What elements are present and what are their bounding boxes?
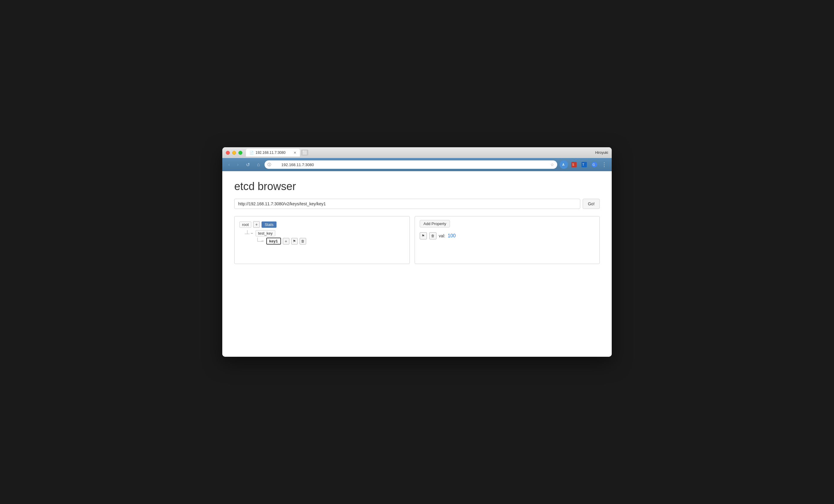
tab-area: 📄 192.168.11.7:3080 ✕ ⬜ (246, 149, 608, 157)
extension-btn-2[interactable]: S (570, 160, 578, 169)
root-node-button[interactable]: root (239, 222, 251, 228)
browser-window: 📄 192.168.11.7:3080 ✕ ⬜ Hiroyuki ‹ › ↺ ⌂… (222, 147, 612, 357)
new-tab-button[interactable]: ⬜ (301, 150, 308, 156)
svg-text:S: S (572, 163, 574, 166)
nav-menu-icon[interactable]: ⋮ (600, 160, 608, 169)
extension-btn-1[interactable]: A (559, 160, 568, 169)
tab-page-icon: 📄 (249, 151, 254, 155)
back-button[interactable]: ‹ (226, 161, 232, 168)
test-key-row: − test_key (251, 230, 275, 236)
user-name: Hiroyuki (595, 151, 608, 155)
close-button[interactable] (226, 151, 230, 155)
svg-text:G: G (593, 163, 595, 166)
property-panel: Add Property ⚑ 🗑 val: 100 (415, 216, 600, 264)
svg-text:A: A (562, 163, 564, 166)
tree-panel: root + Stats − test_key (234, 216, 410, 264)
forward-icon: › (237, 162, 239, 167)
page-content: etcd browser http://192.168.11.7:3080/v2… (222, 171, 612, 357)
test-key-branch: − test_key (244, 230, 405, 236)
reload-button[interactable]: ↺ (244, 161, 252, 169)
plus-icon-2: + (285, 239, 287, 244)
url-bar-row: http://192.168.11.7:3080/v2/keys/test_ke… (234, 199, 600, 209)
property-delete-button[interactable]: 🗑 (429, 232, 437, 239)
home-button[interactable]: ⌂ (255, 161, 262, 168)
traffic-lights (226, 151, 242, 155)
property-trash-icon: 🗑 (431, 234, 435, 238)
address-input[interactable]: 192.168.11.7:3080 (273, 160, 549, 169)
tab-close-icon[interactable]: ✕ (293, 151, 296, 155)
main-layout: root + Stats − test_key (234, 216, 600, 264)
back-icon: ‹ (228, 162, 230, 167)
extension-btn-4[interactable]: G (590, 160, 598, 169)
lock-icon: ⓘ (267, 162, 271, 167)
extension-btn-3[interactable]: T (580, 160, 588, 169)
edit-icon: ⚑ (293, 239, 296, 243)
key1-delete-button[interactable]: 🗑 (300, 238, 306, 245)
property-value-link[interactable]: 100 (447, 233, 456, 238)
key1-edit-button[interactable]: ⚑ (291, 238, 298, 245)
key1-add-button[interactable]: + (283, 238, 289, 245)
trash-icon: 🗑 (301, 239, 305, 243)
reload-icon: ↺ (246, 162, 250, 167)
nav-bar: ‹ › ↺ ⌂ ⓘ 192.168.11.7:3080 ☆ A S (222, 158, 612, 171)
maximize-button[interactable] (239, 151, 242, 155)
property-row: ⚑ 🗑 val: 100 (420, 232, 595, 239)
home-icon: ⌂ (257, 162, 260, 167)
go-button[interactable]: Go! (583, 199, 600, 209)
collapse-dash-1[interactable]: − (251, 231, 253, 235)
test-key-node-button[interactable]: test_key (256, 230, 275, 236)
key1-branch: − key1 + ⚑ 🗑 (255, 238, 405, 245)
forward-button[interactable]: › (235, 161, 241, 168)
tree-root-row: root + Stats (239, 221, 405, 228)
nav-icons: A S T G ⋮ (559, 160, 608, 169)
svg-text:T: T (583, 163, 584, 166)
key1-node-button[interactable]: key1 (266, 238, 281, 245)
add-property-button[interactable]: Add Property (420, 220, 450, 227)
key1-row: − key1 + ⚑ 🗑 (262, 238, 306, 245)
plus-icon: + (255, 222, 258, 227)
property-edit-button[interactable]: ⚑ (420, 232, 427, 239)
bookmark-star-icon[interactable]: ☆ (550, 162, 554, 167)
property-edit-icon: ⚑ (421, 234, 425, 238)
title-bar: 📄 192.168.11.7:3080 ✕ ⬜ Hiroyuki (222, 147, 612, 158)
active-tab[interactable]: 📄 192.168.11.7:3080 ✕ (246, 149, 300, 157)
tab-title: 192.168.11.7:3080 (256, 151, 285, 155)
page-title: etcd browser (234, 180, 600, 193)
minimize-button[interactable] (232, 151, 236, 155)
root-add-button[interactable]: + (253, 221, 260, 228)
property-key-label: val: (439, 233, 445, 238)
new-tab-icon: ⬜ (302, 150, 307, 155)
stats-button[interactable]: Stats (262, 222, 277, 228)
address-bar-wrapper: ⓘ 192.168.11.7:3080 ☆ (265, 160, 557, 169)
etcd-url-input[interactable]: http://192.168.11.7:3080/v2/keys/test_ke… (234, 199, 580, 209)
